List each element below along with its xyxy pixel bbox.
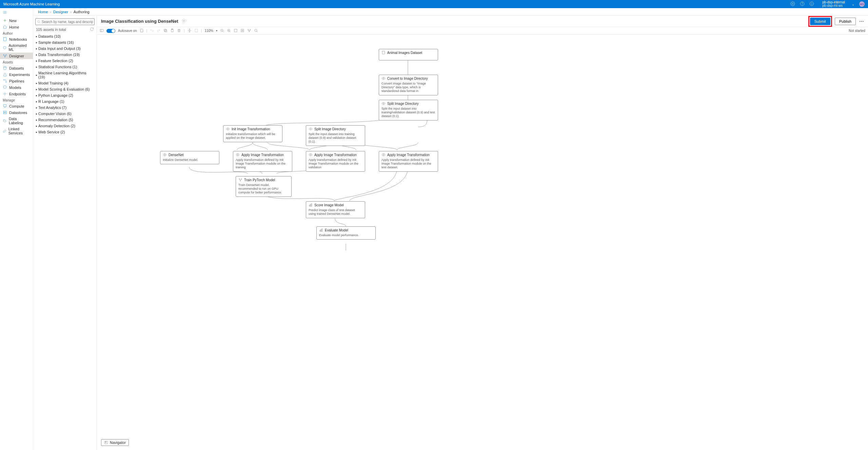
asset-category[interactable]: ▸Machine Learning Algorithms (19)	[35, 70, 95, 80]
node-convert[interactable]: Convert to Image Directory Convert image…	[379, 75, 438, 95]
nav-pipelines[interactable]: Pipelines	[0, 78, 33, 84]
svg-rect-15	[3, 105, 6, 107]
svg-point-38	[310, 129, 311, 130]
asset-category[interactable]: ▸Sample datasets (16)	[35, 39, 95, 45]
node-train[interactable]: Train PyTorch Model Train DenseNet model…	[236, 176, 292, 197]
asset-category[interactable]: ▸Data Input and Output (3)	[35, 45, 95, 52]
navigator-button[interactable]: Navigator	[101, 439, 129, 446]
submit-button[interactable]: Submit	[810, 18, 830, 25]
publish-button[interactable]: Publish	[835, 18, 856, 25]
hamburger-icon[interactable]	[0, 8, 33, 17]
svg-point-8	[3, 54, 4, 55]
node-apply1[interactable]: Apply Image Transformation Apply transfo…	[233, 151, 292, 172]
node-split1[interactable]: Split Image Directory Split the input da…	[379, 100, 438, 120]
pipeline-canvas[interactable]: Animal Images Dataset Convert to Image D…	[97, 35, 868, 450]
nav-new[interactable]: New	[0, 17, 33, 24]
svg-point-3	[810, 2, 814, 6]
svg-rect-48	[311, 204, 312, 206]
eye-icon	[309, 153, 313, 157]
nav-automl[interactable]: Automated ML	[0, 42, 33, 53]
asset-category[interactable]: ▸R Language (1)	[35, 98, 95, 105]
navigator-icon	[104, 440, 108, 445]
avatar[interactable]: MS	[859, 1, 865, 7]
nav-datalabeling[interactable]: Data Labeling	[0, 116, 33, 126]
svg-point-13	[6, 82, 6, 82]
svg-point-18	[38, 21, 40, 23]
submit-highlight: Submit	[808, 16, 832, 27]
more-icon[interactable]: ⋯	[859, 19, 864, 24]
svg-point-39	[164, 154, 165, 155]
nav-experiments[interactable]: Experiments	[0, 71, 33, 78]
node-apply3[interactable]: Apply Image Transformation Apply transfo…	[379, 151, 438, 172]
svg-point-30	[248, 29, 249, 30]
asset-category[interactable]: ▸Recommendation (5)	[35, 117, 95, 123]
node-apply2[interactable]: Apply Image Transformation Apply transfo…	[306, 151, 365, 172]
nav-models[interactable]: Models	[0, 84, 33, 91]
delete-icon[interactable]	[177, 29, 181, 33]
nav-linked[interactable]: Linked Services	[0, 126, 33, 136]
asset-search[interactable]	[35, 18, 95, 25]
redo-icon[interactable]	[157, 29, 161, 33]
asset-category[interactable]: ▸Web Service (2)	[35, 129, 95, 135]
asset-category[interactable]: ▸Data Transformation (19)	[35, 52, 95, 58]
zoom-in-icon[interactable]	[227, 29, 231, 33]
select-icon[interactable]	[194, 29, 198, 33]
node-split2[interactable]: Split Image Directory Split the input da…	[306, 125, 365, 146]
copy-icon[interactable]	[163, 29, 167, 33]
nav-home[interactable]: Home	[0, 24, 33, 30]
wires	[97, 35, 868, 450]
svg-rect-49	[320, 230, 320, 231]
nav-notebooks[interactable]: Notebooks	[0, 36, 33, 42]
pipeline-settings-icon[interactable]	[182, 19, 186, 24]
autosave-toggle[interactable]	[106, 29, 115, 33]
search-canvas-icon[interactable]	[254, 29, 258, 33]
node-score[interactable]: Score Image Model Predict image class of…	[306, 201, 365, 218]
zoom-out-icon[interactable]	[220, 29, 224, 33]
svg-point-10	[4, 57, 5, 57]
asset-panel: Home› Designer› Authoring 105 assets in …	[33, 8, 97, 450]
zoom-level[interactable]: 110%	[204, 29, 213, 33]
chevron-right-icon: ▸	[36, 118, 37, 121]
nav-designer[interactable]: Designer	[0, 53, 33, 59]
paste-icon[interactable]	[170, 29, 174, 33]
asset-category[interactable]: ▸Model Training (4)	[35, 80, 95, 86]
asset-category[interactable]: ▸Feature Selection (2)	[35, 58, 95, 64]
node-densenet[interactable]: DenseNet Initialize DenseNet model.	[160, 151, 219, 164]
nav-endpoints[interactable]: Endpoints	[0, 91, 33, 97]
crumb-home[interactable]: Home	[38, 10, 48, 14]
left-nav: New Home Author Notebooks Automated ML D…	[0, 8, 33, 450]
node-eval[interactable]: Evaluate Model Evaluate model performanc…	[316, 226, 376, 240]
node-animal-dataset[interactable]: Animal Images Dataset	[379, 49, 438, 60]
feedback-icon[interactable]	[809, 1, 814, 7]
nav-datasets[interactable]: Datasets	[0, 65, 33, 71]
help-icon[interactable]	[800, 1, 805, 7]
asset-category[interactable]: ▸Model Scoring & Evaluation (6)	[35, 86, 95, 92]
eye-icon	[381, 153, 386, 157]
fit-icon[interactable]	[234, 29, 238, 33]
chevron-down-icon[interactable]: ⌄	[852, 2, 854, 6]
refresh-icon[interactable]	[90, 27, 94, 32]
actual-icon[interactable]	[240, 29, 244, 33]
show-panel-icon[interactable]	[100, 29, 104, 33]
asset-search-input[interactable]	[42, 20, 93, 24]
svg-point-35	[383, 78, 384, 79]
asset-category[interactable]: ▸Datasets (10)	[35, 33, 95, 39]
header-actions: pb-dsp-internal pb-dsp-ml-ws ⌄ MS	[790, 1, 865, 7]
save-icon[interactable]	[140, 29, 144, 33]
undo-icon[interactable]	[150, 29, 154, 33]
hierarchy-icon[interactable]	[247, 29, 251, 33]
crumb-designer[interactable]: Designer	[53, 10, 68, 14]
nav-datastores[interactable]: Datastores	[0, 109, 33, 116]
asset-category[interactable]: ▸Text Analytics (7)	[35, 105, 95, 111]
asset-category[interactable]: ▸Anomaly Detection (2)	[35, 123, 95, 129]
pan-icon[interactable]	[188, 29, 192, 33]
pipeline-title: Image Classification using DenseNet	[101, 19, 178, 24]
asset-category[interactable]: ▸Statistical Functions (1)	[35, 64, 95, 70]
workspace-selector[interactable]: pb-dsp-internal pb-dsp-ml-ws	[822, 1, 845, 7]
nav-compute[interactable]: Compute	[0, 103, 33, 109]
settings-icon[interactable]	[790, 1, 795, 7]
asset-category[interactable]: ▸Python Language (2)	[35, 92, 95, 98]
node-init[interactable]: Init Image Transformation Initialize tra…	[223, 125, 282, 142]
asset-category[interactable]: ▸Computer Vision (6)	[35, 111, 95, 117]
svg-point-37	[228, 129, 229, 130]
